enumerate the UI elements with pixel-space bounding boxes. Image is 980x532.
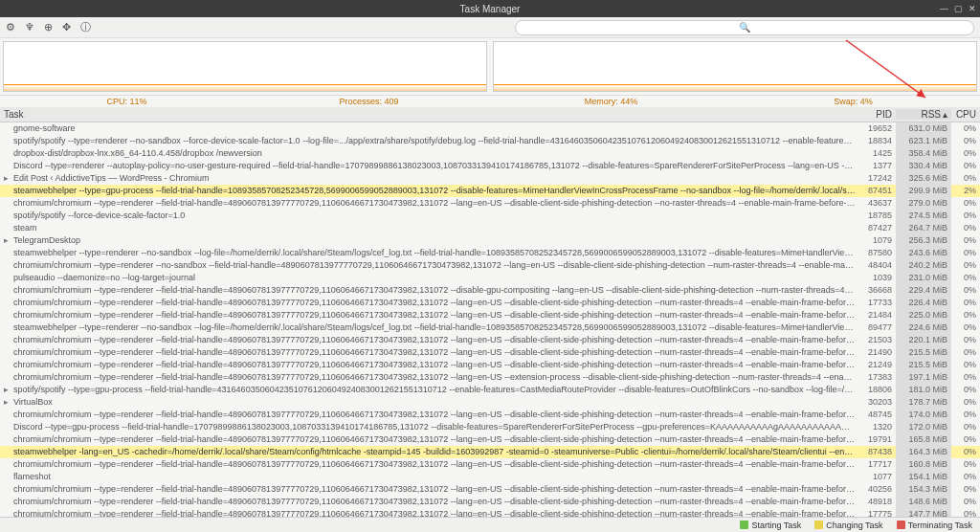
process-name: steamwebhelper -lang=en_US -cachedir=/ho… <box>0 446 856 458</box>
close-icon[interactable]: ✕ <box>969 4 976 13</box>
cell-rss: 231.0 MiB <box>896 272 951 284</box>
cell-cpu: 0% <box>951 409 980 421</box>
cell-rss: 325.6 MiB <box>896 172 951 185</box>
cell-rss: 172.0 MiB <box>896 421 951 433</box>
table-row[interactable]: steam87427264.7 MiB0% <box>0 222 980 234</box>
header-task[interactable]: Task <box>0 109 856 120</box>
chevron-right-icon[interactable]: ▸ <box>4 396 13 409</box>
table-row[interactable]: steamwebhelper --type=renderer --no-sand… <box>0 321 980 334</box>
chevron-right-icon[interactable]: ▸ <box>4 234 13 247</box>
minimize-icon[interactable]: — <box>940 4 948 13</box>
cell-pid: 40256 <box>856 483 896 496</box>
cell-rss: 154.3 MiB <box>896 483 951 496</box>
table-row[interactable]: chromium/chromium --type=renderer --fiel… <box>0 433 980 446</box>
table-row[interactable]: chromium/chromium --type=renderer --fiel… <box>0 483 980 496</box>
table-row[interactable]: steamwebhelper --type=renderer --no-sand… <box>0 247 980 259</box>
tree-icon[interactable]: ♆ <box>25 21 34 33</box>
table-row[interactable]: chromium/chromium --type=renderer --fiel… <box>0 508 980 517</box>
table-row[interactable]: ▸spotify/spotify --type=gpu-process --fi… <box>0 384 980 396</box>
cell-cpu: 0% <box>951 421 980 433</box>
legend-terminating: Terminating Task <box>897 521 972 530</box>
gear-icon[interactable]: ⚙ <box>6 21 15 33</box>
cell-rss: 229.4 MiB <box>896 284 951 297</box>
legend-starting: Starting Task <box>740 521 801 530</box>
table-row[interactable]: chromium/chromium --type=renderer --fiel… <box>0 284 980 297</box>
table-row[interactable]: flameshot1077154.1 MiB0% <box>0 471 980 483</box>
process-name: ▸VirtualBox <box>0 396 856 409</box>
chevron-right-icon[interactable]: ▸ <box>4 172 13 185</box>
table-row[interactable]: gnome-software19652631.0 MiB0% <box>0 122 980 135</box>
cell-cpu: 0% <box>951 147 980 160</box>
header-cpu[interactable]: CPU <box>951 109 980 120</box>
table-row[interactable]: ▸TelegramDesktop1079256.3 MiB0% <box>0 234 980 247</box>
cell-pid: 48918 <box>856 496 896 508</box>
cell-pid: 17733 <box>856 297 896 309</box>
table-row[interactable]: chromium/chromium --type=renderer --fiel… <box>0 346 980 359</box>
table-row[interactable]: steamwebhelper --type=gpu-process --fiel… <box>0 185 980 197</box>
process-name: ▸spotify/spotify --type=gpu-process --fi… <box>0 384 856 396</box>
table-row[interactable]: dropbox-dist/dropbox-lnx.x86_64-110.4.45… <box>0 147 980 160</box>
process-name: pulseaudio --daemonize=no --log-target=j… <box>0 272 856 284</box>
process-name: gnome-software <box>0 122 856 135</box>
graph-labels: CPU: 11% Processes: 409 Memory: 44% Swap… <box>0 96 980 107</box>
cell-rss: 147.7 MiB <box>896 508 951 517</box>
window-titlebar: Task Manager — ▢ ✕ <box>0 0 980 17</box>
table-row[interactable]: steamwebhelper -lang=en_US -cachedir=/ho… <box>0 446 980 458</box>
cell-cpu: 0% <box>951 496 980 508</box>
table-row[interactable]: chromium/chromium --type=renderer --fiel… <box>0 458 980 471</box>
cell-cpu: 2% <box>951 185 980 197</box>
cell-pid: 21484 <box>856 309 896 321</box>
cell-rss: 256.3 MiB <box>896 234 951 247</box>
cell-pid: 1377 <box>856 160 896 172</box>
process-name: chromium/chromium --type=renderer --fiel… <box>0 284 856 297</box>
header-rss[interactable]: RSS▴ <box>896 109 951 120</box>
process-name: flameshot <box>0 471 856 483</box>
cell-cpu: 0% <box>951 346 980 359</box>
table-row[interactable]: pulseaudio --daemonize=no --log-target=j… <box>0 272 980 284</box>
table-row[interactable]: chromium/chromium --type=renderer --fiel… <box>0 409 980 421</box>
process-name: ▸Edit Post ‹ AddictiveTips — WordPress -… <box>0 172 856 185</box>
cell-pid: 30203 <box>856 396 896 409</box>
cell-rss: 215.5 MiB <box>896 359 951 371</box>
expand-icon[interactable]: ⊕ <box>44 21 53 33</box>
header-pid[interactable]: PID <box>856 109 896 120</box>
table-row[interactable]: chromium/chromium --type=renderer --fiel… <box>0 359 980 371</box>
table-row[interactable]: chromium/chromium --type=renderer --fiel… <box>0 297 980 309</box>
cell-cpu: 0% <box>951 359 980 371</box>
cell-pid: 1039 <box>856 272 896 284</box>
table-row[interactable]: chromium/chromium --type=renderer --no-s… <box>0 259 980 272</box>
cell-pid: 21490 <box>856 346 896 359</box>
table-row[interactable]: chromium/chromium --type=renderer --fiel… <box>0 334 980 346</box>
table-row[interactable]: chromium/chromium --type=renderer --fiel… <box>0 371 980 384</box>
table-row[interactable]: spotify/spotify --force-device-scale-fac… <box>0 210 980 222</box>
cpu-graph <box>3 41 487 92</box>
cell-pid: 19652 <box>856 122 896 135</box>
table-row[interactable]: Discord --type=gpu-process --field-trial… <box>0 421 980 433</box>
cell-rss: 165.8 MiB <box>896 433 951 446</box>
table-row[interactable]: Discord --type=renderer --autoplay-polic… <box>0 160 980 172</box>
table-row[interactable]: ▸VirtualBox30203178.7 MiB0% <box>0 396 980 409</box>
process-name: Discord --type=gpu-process --field-trial… <box>0 421 856 433</box>
cell-rss: 174.0 MiB <box>896 409 951 421</box>
cell-rss: 299.9 MiB <box>896 185 951 197</box>
cell-pid: 48404 <box>856 259 896 272</box>
sort-indicator-icon: ▴ <box>943 109 947 120</box>
column-headers: Task PID RSS▴ CPU <box>0 107 980 122</box>
maximize-icon[interactable]: ▢ <box>954 4 963 13</box>
info-icon[interactable]: ⓘ <box>80 20 91 34</box>
table-row[interactable]: spotify/spotify --type=renderer --no-san… <box>0 135 980 147</box>
cell-rss: 148.6 MiB <box>896 496 951 508</box>
cell-pid: 43637 <box>856 197 896 210</box>
cell-cpu: 0% <box>951 458 980 471</box>
process-list[interactable]: gnome-software19652631.0 MiB0%spotify/sp… <box>0 122 980 517</box>
cell-rss: 264.7 MiB <box>896 222 951 234</box>
table-row[interactable]: chromium/chromium --type=renderer --fiel… <box>0 309 980 321</box>
table-row[interactable]: ▸Edit Post ‹ AddictiveTips — WordPress -… <box>0 172 980 185</box>
chevron-right-icon[interactable]: ▸ <box>4 384 13 396</box>
cell-rss: 160.8 MiB <box>896 458 951 471</box>
table-row[interactable]: chromium/chromium --type=renderer --fiel… <box>0 496 980 508</box>
search-input[interactable]: 🔍 <box>515 20 974 35</box>
move-icon[interactable]: ✥ <box>62 21 71 33</box>
table-row[interactable]: chromium/chromium --type=renderer --fiel… <box>0 197 980 210</box>
cell-pid: 1425 <box>856 147 896 160</box>
